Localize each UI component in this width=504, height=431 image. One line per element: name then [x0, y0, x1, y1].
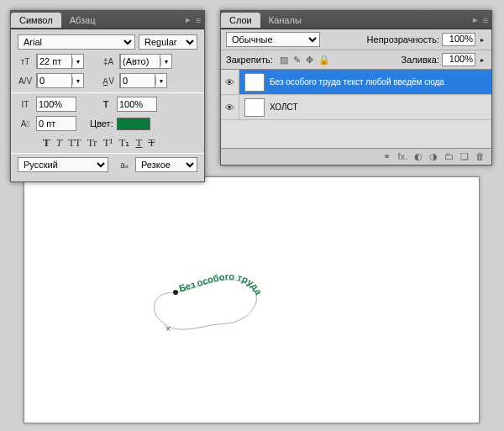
panel-menu-icon[interactable]: ≡ — [194, 15, 202, 25]
lock-all-icon[interactable]: 🔒 — [318, 55, 330, 66]
layer-thumbnail — [244, 98, 265, 117]
opacity-flyout-icon[interactable]: ▸ — [478, 36, 486, 44]
lock-label: Закрепить: — [226, 55, 273, 65]
baseline-field[interactable] — [36, 116, 76, 131]
layer-thumbnail: T — [244, 73, 265, 92]
antialias-icon: aₐ — [117, 158, 132, 171]
leading-icon: ‡A — [101, 55, 116, 68]
tab-character[interactable]: Символ — [11, 13, 61, 28]
adjustment-layer-icon[interactable]: ◑ — [429, 151, 438, 162]
fill-flyout-icon[interactable]: ▸ — [478, 56, 486, 64]
vscale-field[interactable] — [36, 97, 76, 112]
link-layers-icon[interactable]: ⚭ — [383, 151, 391, 162]
leading-field[interactable]: ▾ — [119, 54, 172, 69]
fill-label: Заливка: — [402, 55, 439, 65]
lock-position-icon[interactable]: ✥ — [306, 55, 313, 66]
character-panel: Символ Абзац ▸ ≡ Arial Regular тT ▾ ‡A ▾… — [10, 10, 205, 182]
style-allcaps[interactable]: TT — [68, 136, 81, 150]
layer-row[interactable]: 👁 T Без особого труда текст любой введём… — [221, 70, 491, 95]
panel-menu-icon[interactable]: ≡ — [481, 15, 490, 25]
layers-bottom-bar: ⚭ fx. ◐ ◑ 🗀 ❏ 🗑 — [221, 149, 491, 165]
style-strike[interactable]: Ŧ — [148, 136, 155, 150]
style-italic[interactable]: T — [56, 136, 62, 150]
document-canvas[interactable]: Без особого труда × — [24, 176, 480, 423]
character-panel-tabs: Символ Абзац ▸ ≡ — [11, 11, 204, 29]
svg-text:×: × — [165, 323, 171, 334]
antialias-select[interactable]: Резкое — [135, 157, 197, 172]
tab-layers[interactable]: Слои — [221, 13, 260, 28]
svg-point-0 — [173, 290, 178, 295]
path-text: Без особого труда — [178, 271, 265, 297]
layer-fx-icon[interactable]: fx. — [397, 151, 407, 162]
hscale-icon: T — [98, 97, 113, 111]
text-on-path-artwork: Без особого труда × — [150, 271, 268, 339]
style-bold[interactable]: T — [43, 136, 50, 150]
layer-mask-icon[interactable]: ◐ — [414, 151, 423, 162]
vscale-icon: IT — [18, 97, 33, 111]
style-superscript[interactable]: T¹ — [103, 136, 113, 150]
font-size-field[interactable]: ▾ — [36, 54, 84, 69]
tab-channels[interactable]: Каналы — [260, 13, 310, 28]
visibility-toggle[interactable]: 👁 — [221, 95, 239, 119]
tracking-field[interactable]: ▾ — [119, 73, 167, 88]
font-size-icon: тT — [18, 55, 33, 68]
layer-name[interactable]: Без особого труда текст любой введём сюд… — [270, 77, 444, 87]
lock-pixels-icon[interactable]: ✎ — [293, 55, 301, 66]
lock-transparent-icon[interactable]: ▨ — [280, 55, 288, 66]
layer-row[interactable]: 👁 ХОЛСТ — [221, 95, 491, 120]
layers-panel: Слои Каналы ▸ ≡ Обычные Непрозрачность: … — [220, 10, 492, 166]
delete-layer-icon[interactable]: 🗑 — [475, 151, 485, 162]
style-smallcaps[interactable]: Tr — [87, 136, 97, 150]
hscale-field[interactable] — [117, 97, 157, 112]
layer-list: 👁 T Без особого труда текст любой введём… — [221, 70, 491, 149]
new-group-icon[interactable]: 🗀 — [444, 151, 454, 162]
panel-collapse-icon[interactable]: ▸ — [471, 14, 480, 25]
fill-field[interactable]: 100% — [442, 53, 475, 66]
blend-mode-select[interactable]: Обычные — [226, 32, 320, 47]
kerning-field[interactable]: ▾ — [36, 73, 84, 88]
opacity-label: Непрозрачность: — [367, 34, 439, 45]
color-label: Цвет: — [90, 118, 113, 129]
visibility-toggle[interactable]: 👁 — [221, 70, 239, 94]
baseline-icon: Aͣ — [18, 117, 33, 130]
text-color-swatch[interactable] — [117, 118, 150, 130]
opacity-field[interactable]: 100% — [442, 33, 475, 46]
panel-collapse-icon[interactable]: ▸ — [184, 14, 192, 25]
language-select[interactable]: Русский — [18, 157, 108, 172]
layers-panel-tabs: Слои Каналы ▸ ≡ — [221, 11, 491, 29]
font-style-select[interactable]: Regular — [139, 34, 197, 50]
layer-name[interactable]: ХОЛСТ — [270, 102, 298, 112]
kerning-icon: A/V — [18, 74, 33, 87]
tab-paragraph[interactable]: Абзац — [61, 13, 104, 28]
font-family-select[interactable]: Arial — [18, 34, 135, 50]
type-style-buttons: T T TT Tr T¹ T₁ T Ŧ — [43, 136, 197, 150]
tracking-icon: A̲V — [101, 74, 116, 87]
style-underline[interactable]: T — [135, 136, 142, 150]
new-layer-icon[interactable]: ❏ — [460, 151, 469, 162]
style-subscript[interactable]: T₁ — [118, 136, 129, 150]
